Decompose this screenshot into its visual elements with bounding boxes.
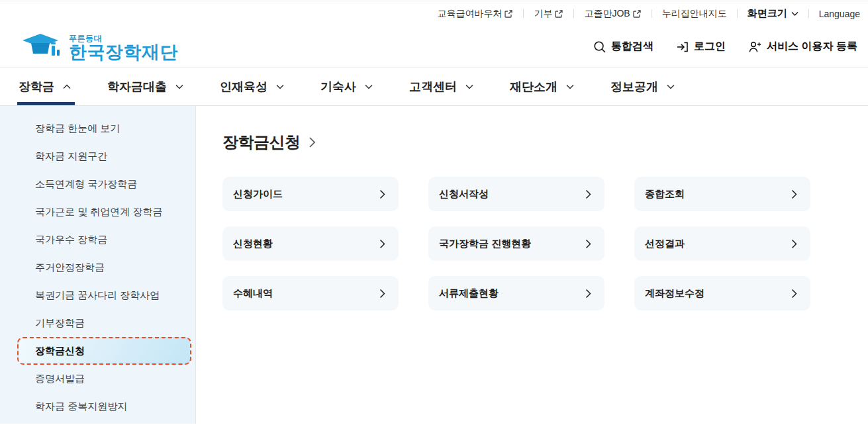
chevron-down-icon [465,84,473,89]
card-benefit-history[interactable]: 수혜내역 [222,276,399,310]
chevron-right-icon [585,189,591,199]
chevron-right-icon [379,239,385,249]
nav-item-about[interactable]: 재단소개 [510,68,574,105]
site-logo[interactable]: 푸른등대 한국장학재단 [23,32,178,62]
card-account-info-update[interactable]: 계좌정보수정 [634,276,810,310]
chevron-right-icon [585,239,591,249]
card-label: 국가장학금 진행현황 [439,238,531,250]
chevron-right-icon [585,289,591,299]
chevron-up-icon [63,84,71,89]
sidebar-item-duplicate-prevention[interactable]: 학자금 중복지원방지 [0,393,195,420]
card-comprehensive-inquiry[interactable]: 종합조회 [634,177,810,211]
card-application-form[interactable]: 신청서작성 [428,177,604,211]
card-grid: 신청가이드 신청서작성 종합조회 신청현황 국가장학금 진행현황 선정결과 [222,177,810,310]
nav-item-customer-center[interactable]: 고객센터 [409,68,473,105]
nav-item-label: 학자금대출 [107,79,167,95]
nav-item-talent[interactable]: 인재육성 [220,68,284,105]
chevron-right-icon [791,289,797,299]
sidebar-item-certificate[interactable]: 증명서발급 [0,365,195,393]
register-button[interactable]: 서비스 이용자 등록 [748,40,857,54]
card-selection-result[interactable]: 선정결과 [634,226,810,261]
card-label: 선정결과 [645,238,685,250]
external-link-icon [554,9,563,19]
content-area: 장학금 한눈에 보기 학자금 지원구간 소득연계형 국가장학금 국가근로 및 취… [0,106,868,424]
external-link-icon [504,9,513,19]
chevron-down-icon [175,84,183,89]
chevron-right-icon [309,136,316,148]
page-title-row[interactable]: 장학금신청 [222,132,810,153]
sidebar-item-work-study[interactable]: 국가근로 및 취업연계 장학금 [0,198,195,226]
main-panel: 장학금신청 신청가이드 신청서작성 종합조회 신청현황 국가장학금 진행현황 [196,106,810,424]
external-link-icon [632,9,642,19]
utility-link-label: Language [819,9,860,19]
utility-separator [737,9,738,18]
utility-link-label: 기부 [534,8,552,20]
sidebar-item-income-linked[interactable]: 소득연계형 국가장학금 [0,170,195,198]
sidebar: 장학금 한눈에 보기 학자금 지원구간 소득연계형 국가장학금 국가근로 및 취… [0,106,196,424]
nav-item-label: 인재육성 [220,79,267,95]
utility-link-job[interactable]: 고졸만JOB [584,8,641,20]
utility-link-label: 고졸만JOB [584,8,630,20]
nav-item-loans[interactable]: 학자금대출 [107,68,183,105]
main-nav: 장학금 학자금대출 인재육성 기숙사 고객센터 재단소개 정보공개 [0,68,868,106]
logo-name: 한국장학재단 [69,44,178,62]
chevron-down-icon [365,84,373,89]
sidebar-item-income-bracket[interactable]: 학자금 지원구간 [0,142,195,170]
sidebar-item-housing[interactable]: 주거안정장학금 [0,254,195,281]
logo-slogan: 푸른등대 [69,34,178,42]
header-actions: 통합검색 로그인 서비스 이용자 등록 [593,40,857,54]
utility-separator [573,9,574,18]
login-button-label: 로그인 [694,40,726,54]
nav-item-disclosure[interactable]: 정보공개 [610,68,675,105]
sidebar-item-lottery-fund[interactable]: 복권기금 꿈사다리 장학사업 [0,281,195,309]
nav-item-scholarship[interactable]: 장학금 [19,68,71,105]
utility-separator [651,9,652,18]
utility-link-voucher[interactable]: 교육급여바우처 [437,8,513,20]
utility-link-language[interactable]: Language [819,9,860,19]
sidebar-item-national-excellence[interactable]: 국가우수 장학금 [0,226,195,254]
card-national-scholarship-progress[interactable]: 국가장학금 진행현황 [428,226,604,261]
nav-item-label: 기숙사 [320,79,356,95]
utility-separator [523,9,524,18]
chevron-right-icon [379,289,385,299]
card-label: 신청가이드 [233,188,283,201]
card-label: 서류제출현황 [439,287,499,300]
utility-link-sitemap[interactable]: 누리집안내지도 [662,8,727,20]
card-label: 신청서작성 [439,188,489,201]
nav-item-label: 고객센터 [409,79,457,95]
card-application-status[interactable]: 신청현황 [222,226,399,261]
chevron-down-icon [791,11,798,17]
card-label: 신청현황 [233,238,273,250]
nav-item-label: 장학금 [19,79,54,95]
utility-link-screensize[interactable]: 화면크기 [747,7,798,20]
logo-text: 푸른등대 한국장학재단 [69,34,178,62]
card-label: 계좌정보수정 [645,287,704,300]
chevron-down-icon [667,84,675,89]
nav-item-dormitory[interactable]: 기숙사 [320,68,373,105]
user-plus-icon [748,40,762,54]
card-application-guide[interactable]: 신청가이드 [222,177,399,211]
search-button[interactable]: 통합검색 [593,40,653,54]
search-icon [593,40,606,54]
utility-separator [808,9,809,18]
card-document-submission-status[interactable]: 서류제출현황 [428,276,604,310]
chevron-down-icon [276,84,284,89]
sidebar-item-scholarship-application[interactable]: 장학금신청 [17,337,191,365]
sidebar-item-donation-scholarship[interactable]: 기부장학금 [0,309,195,337]
utility-link-donation[interactable]: 기부 [534,8,563,20]
login-button[interactable]: 로그인 [676,40,726,54]
nav-item-label: 재단소개 [510,79,557,95]
register-button-label: 서비스 이용자 등록 [767,40,857,54]
utility-bar: 교육급여바우처 기부 고졸만JOB 누리집안내지도 화면크기 Language [0,1,868,26]
card-label: 종합조회 [645,188,685,201]
nav-item-label: 정보공개 [610,79,658,95]
card-label: 수혜내역 [233,287,273,300]
chevron-right-icon [791,239,797,249]
sidebar-item-overview[interactable]: 장학금 한눈에 보기 [0,115,195,142]
chevron-down-icon [566,84,574,89]
logo-graduation-cap-icon [23,32,64,62]
chevron-right-icon [791,189,797,199]
page-title: 장학금신청 [222,132,301,153]
utility-link-label: 누리집안내지도 [662,8,727,20]
utility-link-label: 화면크기 [747,7,787,20]
